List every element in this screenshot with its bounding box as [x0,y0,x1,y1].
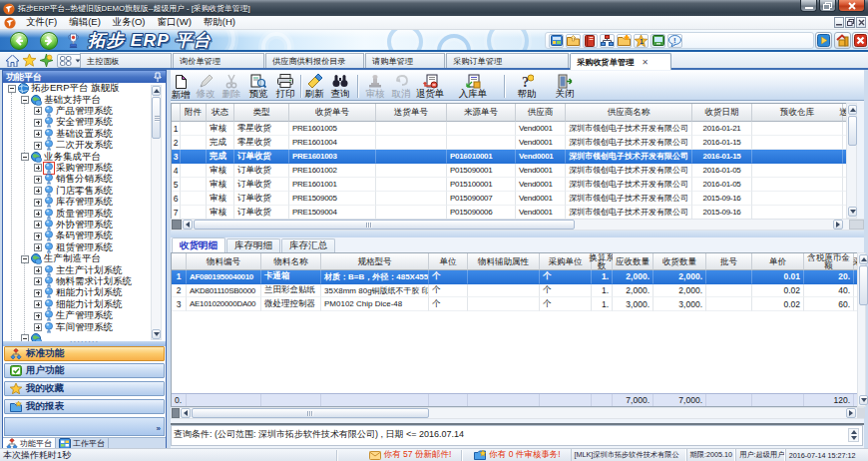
scroll-thumb[interactable] [848,116,857,146]
tree-expander-icon[interactable] [34,312,42,320]
column-header[interactable] [172,253,187,270]
tree-node[interactable]: 车间管理系统 [3,321,113,332]
scroll-up-button[interactable] [848,105,857,115]
scroll-thumb[interactable] [194,220,575,230]
table-row[interactable]: 4审核订单收货PRE1601002P015090001Vend0001深圳市领创… [172,164,847,178]
panel-icon[interactable] [549,34,564,48]
column-header[interactable]: 物料名称 [261,253,321,270]
accordion-0[interactable]: 标准功能 [4,346,165,361]
scroll-down-button[interactable] [152,329,161,339]
column-header[interactable]: 收货数量 [653,253,706,270]
home-icon[interactable] [6,55,19,67]
column-header[interactable]: 供应商 [516,104,566,122]
scroll-right-button[interactable] [846,408,856,418]
scroll-down-button[interactable] [859,395,868,405]
audit-notification[interactable]: 你有 0 件审核事务! [462,449,570,461]
table-row[interactable]: 2完成零星收货PRE1601004Vend0001深圳市领创电子技术开发有限公司… [172,136,847,150]
accordion-3[interactable]: 我的报表 [4,399,165,414]
menu-4[interactable]: 帮助(H) [198,16,241,27]
detail-tab-1[interactable]: 库存明细 [226,238,280,252]
nav-tab-0[interactable]: 主控面板 [80,53,172,68]
scroll-up-button[interactable] [152,86,161,96]
run-icon[interactable] [815,32,832,49]
tree-expander-icon[interactable] [34,187,42,195]
receipts-grid-vscroll[interactable] [846,103,857,219]
column-header[interactable]: 批号 [706,253,752,270]
orgchart-icon[interactable] [600,34,615,48]
query-spinner[interactable] [848,428,859,442]
nav-tab-1[interactable]: 询价单管理 [173,53,264,68]
mail-notification[interactable]: 你有 57 份新邮件! [337,449,462,461]
nav-tab-4[interactable]: 采购订单管理 [446,53,569,68]
receipts-grid-hscroll[interactable] [171,219,864,230]
column-header[interactable]: 应收数量 [613,253,653,270]
folder-add-icon[interactable] [617,34,632,48]
tree-expander-icon[interactable] [34,130,42,138]
nav-back-button[interactable] [10,32,28,50]
accordion-2[interactable]: 我的收藏 [4,381,165,396]
column-header[interactable]: 供应商名称 [566,104,692,122]
lines-grid-vscroll[interactable] [857,252,866,407]
tree-expander-icon[interactable] [34,142,42,150]
nav-tab-2[interactable]: 供应商供料报价目录 [265,53,364,68]
column-header[interactable]: 收货日期 [692,104,752,122]
folder-up-icon[interactable] [566,34,581,48]
tree-expander-icon[interactable] [34,323,42,331]
column-header[interactable]: 类型 [234,104,289,122]
pin-icon[interactable] [154,72,162,82]
table-row[interactable]: 2AKD801110SB0000兰田彩盒贴纸35X8mm 80g铜版纸不干胶 印… [172,284,858,298]
tree-expander-icon[interactable] [34,266,42,274]
column-header[interactable]: 附件 [181,104,207,122]
tree-expander-icon[interactable] [34,164,42,172]
favorite-star-icon[interactable] [23,54,36,67]
accordion-1[interactable]: 用户功能 [4,363,165,378]
toolbar-12[interactable]: 关闭 [548,73,582,100]
toolbar-6[interactable]: 查询 [323,73,357,100]
tree-expander-icon[interactable] [8,85,16,93]
favorite-add-icon[interactable] [40,54,53,67]
tree-expander-icon[interactable] [21,96,29,104]
close-button[interactable] [838,0,865,12]
table-row[interactable]: 7审核订单收货PRE1509004P015090006Vend0001深圳市领创… [172,206,847,220]
scroll-thumb[interactable] [859,265,868,305]
table-row[interactable]: 6审核订单收货PRE1509005P015090007Vend0001深圳市领创… [172,192,847,206]
screen-icon[interactable] [651,34,665,48]
tree-expander-icon[interactable] [21,153,29,161]
table-row[interactable]: 1审核零星收货PRE1601005Vend0001深圳市领创电子技术开发有限公司… [172,122,847,136]
column-header[interactable]: 来源单号 [447,104,516,122]
scroll-right-button[interactable] [833,220,843,230]
column-header[interactable]: 含税原币金额 [804,253,854,270]
mdi-minimize-button[interactable] [834,17,844,28]
mdi-restore-button[interactable] [845,17,855,28]
scroll-up-button[interactable] [859,254,868,264]
tree-expander-icon[interactable] [34,107,42,115]
chevron-icon[interactable]: » [157,424,161,433]
column-header[interactable]: 单价 [752,253,804,270]
detail-tab-2[interactable]: 库存汇总 [281,238,335,252]
scroll-down-button[interactable] [848,207,857,217]
column-header[interactable]: 物料编号 [187,253,261,270]
tree-expander-icon[interactable] [34,277,42,285]
book-icon[interactable] [583,34,598,48]
scroll-thumb[interactable] [152,97,161,139]
column-header[interactable]: 送货单号 [376,104,447,122]
column-header[interactable]: 换算系数 [592,253,613,270]
home-exit-icon[interactable] [834,32,851,49]
column-header[interactable]: 单位 [429,253,468,270]
minimize-button[interactable] [800,0,817,12]
menu-0[interactable]: 文件(F) [20,16,63,27]
scroll-thumb[interactable] [192,408,429,418]
table-row[interactable]: 3完成订单收货PRE1601003P016010001Vend0001深圳市领创… [172,150,847,164]
column-header[interactable]: 预收仓库 [752,104,843,122]
detail-tab-0[interactable]: 收货明细 [172,237,225,252]
column-header[interactable]: 物料辅助属性 [468,253,540,270]
star-one-icon[interactable]: 1 [634,34,649,48]
tree-scrollbar[interactable] [151,85,162,340]
column-header[interactable]: 规格型号 [321,253,429,270]
toolbar-10[interactable]: 入库单 [456,73,490,100]
restore-button[interactable] [819,0,836,12]
tree-expander-icon[interactable] [34,210,42,218]
mdi-close-button[interactable] [856,17,866,28]
tree-expander-icon[interactable] [34,243,42,251]
tree-expander-icon[interactable] [34,232,42,240]
